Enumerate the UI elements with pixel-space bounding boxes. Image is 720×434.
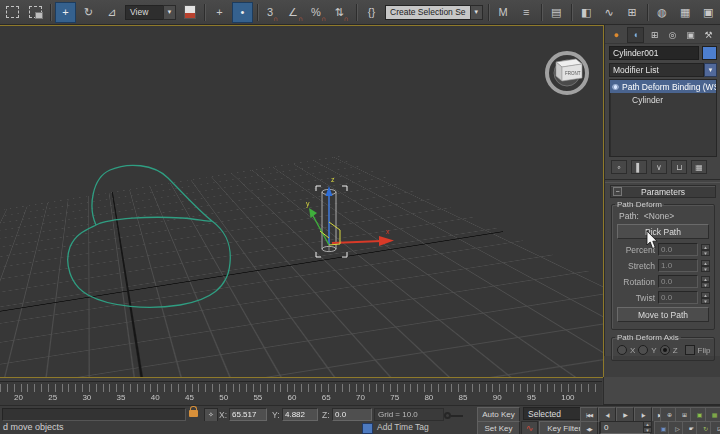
named-selection-set-dropdown[interactable]: Create Selection Se▼ <box>385 5 483 20</box>
axis-radio-label-y: Y <box>651 346 656 355</box>
window-crossing-toggle-button[interactable] <box>25 2 46 23</box>
angle-snap-toggle-button[interactable]: ∠∩ <box>285 2 306 23</box>
rendered-frame-window-button[interactable]: ▣ <box>698 2 719 23</box>
snaps-toggle-3d-button[interactable]: 3∩ <box>262 2 283 23</box>
timeline-frame-label: 60 <box>288 393 297 402</box>
parameters-rollout-header[interactable]: − Parameters <box>610 185 716 198</box>
frame-spinner[interactable]: ▲▼ <box>643 421 652 433</box>
axis-radio-z[interactable] <box>660 345 670 355</box>
render-setup-button[interactable]: ▦ <box>675 2 696 23</box>
tab-display[interactable]: ▣ <box>683 28 698 42</box>
chevron-down-icon[interactable]: ▼ <box>470 5 483 20</box>
viewcube-front-label: FRONT <box>565 71 581 76</box>
spinner-snap-toggle-button[interactable]: ⇅∩ <box>331 2 352 23</box>
pin-stack-button[interactable]: ∘ <box>611 160 627 174</box>
gizmo-plane-handles[interactable] <box>320 222 340 245</box>
flip-checkbox[interactable] <box>685 345 695 355</box>
select-and-scale-button[interactable]: ⊿ <box>101 2 122 23</box>
percent-spinner[interactable]: ▲▼ <box>701 244 710 256</box>
add-time-tag[interactable]: Add Time Tag <box>377 422 429 432</box>
x-coordinate-field[interactable]: 65.517 <box>229 408 267 421</box>
twist-spinner[interactable]: ▲▼ <box>701 292 710 304</box>
maximize-viewport-toggle-button[interactable]: ⊡ <box>710 421 720 434</box>
next-frame-button[interactable]: |▶ <box>634 407 652 422</box>
tab-hierarchy[interactable]: ⊞ <box>647 28 662 42</box>
modifier-list-dropdown[interactable]: Modifier List ▼ <box>609 63 717 77</box>
set-keys-key-icon[interactable] <box>444 412 459 420</box>
tab-create[interactable]: ● <box>609 28 624 42</box>
curve-editor-button[interactable]: ∿ <box>599 2 620 23</box>
stretch-spinner[interactable]: ▲▼ <box>701 260 710 272</box>
modifier-stack-row[interactable]: ◉Path Deform Binding (WS <box>610 80 716 93</box>
viewcube[interactable]: FRONT <box>547 53 587 93</box>
spinner-down-icon[interactable]: ▼ <box>701 298 710 304</box>
chevron-down-icon[interactable]: ▼ <box>163 5 176 20</box>
edit-named-selection-sets-button[interactable]: {} <box>361 2 382 23</box>
spline-path-object[interactable] <box>68 165 231 307</box>
chevron-down-icon[interactable]: ▼ <box>704 63 717 77</box>
mirror-button[interactable]: M <box>493 2 514 23</box>
track-bar[interactable] <box>2 408 186 421</box>
reference-coordinate-system-value: View <box>125 5 163 20</box>
object-name-field[interactable]: Cylinder001 <box>609 46 699 60</box>
key-mode-toggle-button[interactable]: ◀▶ <box>580 421 598 434</box>
move-to-path-button[interactable]: Move to Path <box>617 307 709 322</box>
show-end-result-button[interactable]: ▌ <box>631 160 647 174</box>
modifier-stack-row[interactable]: Cylinder <box>610 93 716 106</box>
absolute-mode-transform-icon[interactable]: ✧ <box>204 408 218 422</box>
collapse-icon[interactable]: − <box>613 187 622 196</box>
tab-modify[interactable]: ◖ <box>627 27 644 43</box>
select-and-manipulate-button[interactable]: + <box>209 2 230 23</box>
gizmo-y-axis[interactable] <box>312 214 329 245</box>
reference-coordinate-system-dropdown[interactable]: View▼ <box>125 5 176 20</box>
previous-frame-button[interactable]: ◀| <box>598 407 616 422</box>
tab-utilities[interactable]: ⚒ <box>701 28 716 42</box>
timeline-frame-label: 70 <box>356 393 365 402</box>
remove-modifier-button[interactable]: ⊔ <box>671 160 687 174</box>
zoom-extents-all-button[interactable]: ▦ <box>705 407 720 422</box>
twist-field[interactable]: 0.0 <box>658 291 698 304</box>
modifier-stack[interactable]: ◉Path Deform Binding (WSCylinder <box>609 79 717 157</box>
timeline-frame-label: 95 <box>527 393 536 402</box>
stretch-field[interactable]: 1.0 <box>658 259 698 272</box>
percent-snap-toggle-button[interactable]: %∩ <box>308 2 329 23</box>
time-slider-ruler[interactable]: 20253035404550556065707580859095100 <box>0 381 602 406</box>
material-editor-button[interactable]: ◍ <box>652 2 673 23</box>
select-and-rotate-button[interactable]: ↻ <box>78 2 99 23</box>
use-pivot-point-center-button[interactable] <box>179 2 200 23</box>
pick-path-button[interactable]: Pick Path <box>617 224 709 239</box>
align-button[interactable]: ≡ <box>516 2 537 23</box>
rotation-field[interactable]: 0.0 <box>658 275 698 288</box>
axis-radio-y[interactable] <box>638 345 648 355</box>
modifier-bulb-icon[interactable]: ◉ <box>612 82 619 91</box>
key-filters-curve-icon[interactable]: ∿ <box>521 421 538 434</box>
configure-modifier-sets-button[interactable]: ▦ <box>691 160 707 174</box>
select-and-move-button[interactable]: + <box>55 2 76 23</box>
rectangular-selection-region-icon <box>6 6 19 18</box>
manage-layers-button[interactable]: ▤ <box>546 2 567 23</box>
spinner-down-icon[interactable]: ▼ <box>701 250 710 256</box>
selection-lock-icon[interactable] <box>189 410 198 417</box>
spinner-down-icon[interactable]: ▼ <box>701 266 710 272</box>
percent-field[interactable]: 0.0 <box>658 243 698 256</box>
schematic-view-button[interactable]: ⊞ <box>622 2 643 23</box>
spinner-down-icon[interactable]: ▼ <box>701 282 710 288</box>
perspective-viewport[interactable]: z y x FRONT <box>0 25 604 378</box>
go-to-start-button[interactable]: |◀◀ <box>580 407 598 422</box>
tab-motion[interactable]: ◎ <box>665 28 680 42</box>
set-key-button[interactable]: Set Key <box>477 421 520 434</box>
object-color-swatch[interactable] <box>702 46 717 60</box>
rectangular-selection-region-button[interactable] <box>2 2 23 23</box>
rotation-spinner[interactable]: ▲▼ <box>701 276 710 288</box>
keyboard-shortcut-override-button[interactable]: • <box>232 2 253 23</box>
rotation-label: Rotation <box>623 277 655 287</box>
path-deform-axis-title: Path Deform Axis <box>615 333 681 342</box>
graphite-modeling-tools-button[interactable]: ◧ <box>576 2 597 23</box>
make-unique-button[interactable]: ∨ <box>651 160 667 174</box>
curve-editor-icon: ∿ <box>605 7 614 18</box>
auto-key-button[interactable]: Auto Key <box>477 407 520 422</box>
play-button[interactable]: ▶ <box>616 407 634 422</box>
axis-radio-x[interactable] <box>617 345 627 355</box>
z-coordinate-field[interactable]: 0.0 <box>332 408 372 421</box>
y-coordinate-field[interactable]: 4.882 <box>282 408 318 421</box>
